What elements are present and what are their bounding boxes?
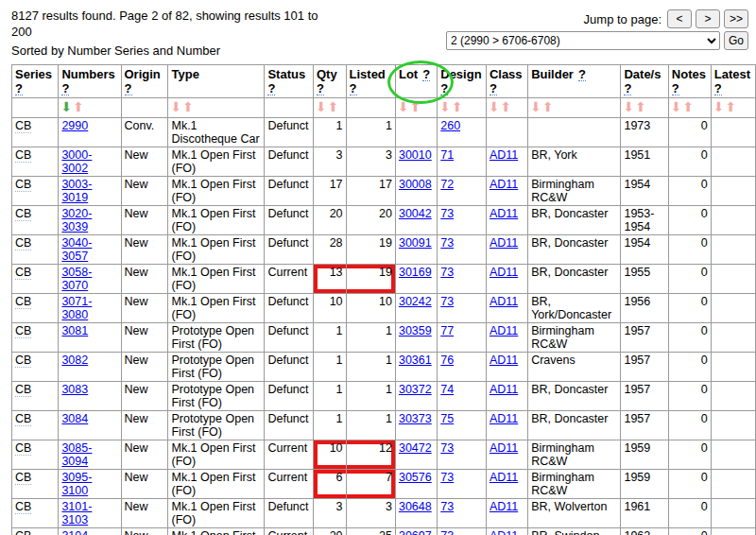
class-link[interactable]: AD11 — [490, 295, 518, 308]
col-help-icon[interactable]: ? — [490, 82, 497, 95]
sort-up-icon[interactable]: ⬆ — [501, 99, 513, 114]
numbers-link[interactable]: 3081 — [61, 324, 88, 337]
class-link[interactable]: AD11 — [490, 500, 518, 513]
sort-down-icon[interactable]: ⬇ — [489, 99, 501, 114]
class-link[interactable]: AD11 — [490, 236, 518, 250]
design-link[interactable]: 73 — [440, 236, 454, 250]
cell-text: New — [125, 412, 148, 425]
class-link[interactable]: AD11 — [490, 412, 518, 425]
numbers-link[interactable]: 3000-3002 — [61, 148, 92, 175]
cell-origin: New — [121, 177, 168, 206]
class-link[interactable]: AD11 — [490, 266, 518, 279]
sort-up-icon[interactable]: ⬆ — [182, 99, 195, 114]
numbers-link[interactable]: 3071-3080 — [61, 295, 92, 321]
lot-link[interactable]: 30697 — [399, 529, 432, 535]
sort-up-icon[interactable]: ⬆ — [328, 99, 340, 114]
design-link[interactable]: 73 — [440, 295, 454, 308]
sort-down-icon[interactable]: ⬇ — [316, 99, 328, 114]
sort-up-icon[interactable]: ⬆ — [73, 99, 85, 114]
col-help-icon[interactable]: ? — [15, 82, 23, 95]
numbers-link[interactable]: 3082 — [61, 354, 88, 367]
sort-down-icon[interactable]: ⬇ — [398, 99, 410, 114]
sort-down-icon[interactable]: ⬇ — [671, 99, 683, 114]
lot-link[interactable]: 30472 — [399, 441, 432, 455]
design-link[interactable]: 73 — [440, 266, 454, 279]
lot-link[interactable]: 30361 — [399, 354, 432, 367]
lot-link[interactable]: 30648 — [399, 500, 432, 513]
numbers-link[interactable]: 3101-3103 — [61, 500, 92, 526]
col-help-icon[interactable]: ? — [267, 82, 275, 95]
cell-type: Mk.1 Open First (FO) — [168, 265, 265, 294]
lot-link[interactable]: 30008 — [399, 178, 432, 191]
lot-link[interactable]: 30372 — [399, 383, 432, 396]
class-link[interactable]: AD11 — [490, 148, 518, 162]
sort-down-icon[interactable]: ⬇ — [713, 99, 726, 114]
sort-up-icon[interactable]: ⬆ — [452, 99, 464, 114]
last-page-button[interactable]: >> — [724, 9, 748, 28]
page-select[interactable]: 2 (2990 > 6706-6708) — [446, 31, 720, 50]
design-link[interactable]: 73 — [440, 529, 454, 535]
sort-down-icon[interactable]: ⬇ — [170, 99, 182, 114]
numbers-link[interactable]: 3084 — [61, 412, 88, 425]
col-help-icon[interactable]: ? — [578, 68, 586, 81]
lot-link[interactable]: 30359 — [399, 324, 432, 337]
col-help-icon[interactable]: ? — [624, 82, 631, 95]
design-link[interactable]: 73 — [440, 441, 454, 455]
col-help-icon[interactable]: ? — [61, 82, 69, 95]
col-help-icon[interactable]: ? — [125, 82, 132, 95]
class-link[interactable]: AD11 — [490, 471, 518, 484]
sort-up-icon[interactable]: ⬆ — [683, 99, 696, 114]
numbers-link[interactable]: 3003-3019 — [61, 178, 92, 204]
class-link[interactable]: AD11 — [490, 324, 518, 337]
design-link[interactable]: 75 — [440, 412, 454, 425]
lot-link[interactable]: 30169 — [399, 266, 432, 279]
design-link[interactable]: 73 — [440, 471, 454, 484]
design-link[interactable]: 71 — [440, 148, 454, 162]
class-link[interactable]: AD11 — [490, 529, 518, 535]
go-button[interactable]: Go — [724, 31, 748, 50]
col-help-icon[interactable]: ? — [422, 68, 430, 81]
design-link[interactable]: 260 — [440, 119, 460, 132]
numbers-link[interactable]: 3104- — [61, 529, 92, 535]
design-link[interactable]: 72 — [440, 178, 454, 191]
sort-down-icon[interactable]: ⬇ — [623, 99, 635, 114]
design-link[interactable]: 73 — [440, 207, 454, 220]
sort-up-icon[interactable]: ⬆ — [542, 99, 555, 114]
class-link[interactable]: AD11 — [490, 441, 518, 455]
sort-down-icon[interactable]: ⬇ — [439, 99, 452, 114]
numbers-link[interactable]: 3095-3100 — [61, 471, 92, 497]
next-page-button[interactable]: > — [696, 9, 720, 28]
col-help-icon[interactable]: ? — [714, 82, 722, 95]
design-link[interactable]: 73 — [440, 500, 454, 513]
numbers-link[interactable]: 3040-3057 — [61, 236, 92, 263]
numbers-link[interactable]: 3020-3039 — [61, 207, 92, 233]
class-link[interactable]: AD11 — [490, 354, 518, 367]
col-help-icon[interactable]: ? — [672, 82, 679, 95]
numbers-link[interactable]: 3085-3094 — [61, 441, 92, 468]
col-help-icon[interactable]: ? — [350, 82, 357, 95]
design-link[interactable]: 77 — [440, 324, 454, 337]
class-link[interactable]: AD11 — [490, 383, 518, 396]
sort-down-icon[interactable]: ⬇ — [530, 99, 542, 114]
cell-dates: 1956 — [621, 294, 668, 323]
numbers-link[interactable]: 3058-3070 — [61, 266, 92, 292]
prev-page-button[interactable]: < — [667, 9, 692, 28]
lot-link[interactable]: 30042 — [399, 207, 432, 220]
lot-link[interactable]: 30242 — [399, 295, 432, 308]
class-link[interactable]: AD11 — [490, 207, 518, 220]
col-help-icon[interactable]: ? — [317, 82, 324, 95]
lot-link[interactable]: 30373 — [399, 412, 432, 425]
design-link[interactable]: 74 — [440, 383, 454, 396]
sort-up-icon[interactable]: ⬆ — [635, 99, 647, 114]
sort-up-icon[interactable]: ⬆ — [410, 99, 422, 114]
class-link[interactable]: AD11 — [490, 178, 518, 191]
numbers-link[interactable]: 2990 — [61, 119, 88, 132]
col-help-icon[interactable]: ? — [440, 82, 448, 95]
sort-down-icon[interactable]: ⬇ — [60, 99, 73, 114]
design-link[interactable]: 76 — [440, 354, 454, 367]
lot-link[interactable]: 30576 — [399, 471, 432, 484]
numbers-link[interactable]: 3083 — [61, 383, 88, 396]
lot-link[interactable]: 30091 — [399, 236, 432, 250]
sort-up-icon[interactable]: ⬆ — [726, 99, 738, 114]
lot-link[interactable]: 30010 — [399, 148, 432, 162]
